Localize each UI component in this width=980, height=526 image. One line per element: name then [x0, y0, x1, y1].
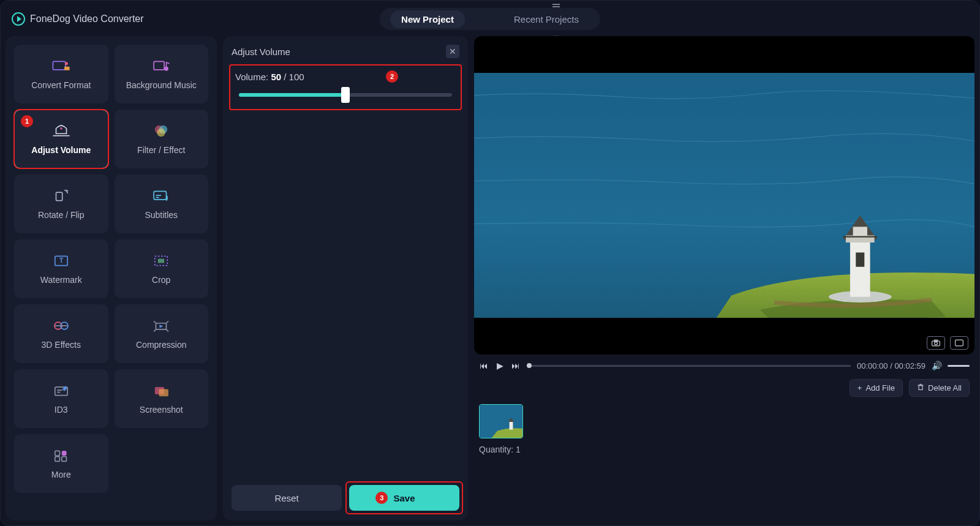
volume-slider-fill: [239, 93, 345, 97]
tool-label: Compression: [136, 340, 186, 350]
quantity-label: Quantity: 1: [479, 445, 970, 454]
svg-rect-49: [853, 227, 867, 236]
output-volume-slider[interactable]: [948, 365, 970, 367]
tool-3d-effects[interactable]: 3D Effects: [14, 304, 108, 363]
tool-compression[interactable]: Compression: [115, 304, 209, 363]
quantity-value: 1: [516, 445, 521, 454]
tool-id3[interactable]: ID3: [14, 369, 108, 428]
compression-icon: [150, 318, 172, 334]
svg-rect-55: [919, 386, 922, 390]
tool-convert-format[interactable]: Convert Format: [14, 45, 108, 103]
tool-more[interactable]: More: [14, 434, 108, 493]
crop-icon: [150, 253, 172, 269]
add-file-button[interactable]: + Add File: [850, 379, 903, 397]
svg-rect-39: [55, 451, 60, 456]
panel-close-button[interactable]: ✕: [446, 45, 459, 58]
svg-rect-59: [510, 421, 513, 430]
svg-rect-10: [53, 61, 65, 70]
tab-new-project[interactable]: New Project: [390, 10, 465, 28]
titlebar: FoneDog Video Converter New Project Rece…: [6, 6, 974, 32]
annotation-badge-3: 3: [375, 492, 388, 504]
svg-rect-41: [55, 457, 60, 462]
tool-label: Rotate / Flip: [38, 210, 84, 220]
tool-label: Watermark: [40, 275, 82, 285]
reset-button[interactable]: Reset: [232, 485, 342, 511]
tool-label: Subtitles: [145, 210, 178, 220]
file-actions-row: + Add File Delete All: [474, 377, 974, 399]
save-button-label: Save: [393, 493, 415, 503]
capture-icon[interactable]: [927, 336, 945, 350]
time-display: 00:00:00 / 00:02:59: [857, 361, 925, 370]
app-title: FoneDog Video Converter: [30, 13, 144, 24]
tool-label: Screenshot: [140, 405, 183, 415]
tool-rotate-flip[interactable]: Rotate / Flip: [14, 175, 108, 233]
trash-icon: [917, 383, 924, 393]
tool-filter-effect[interactable]: Filter / Effect: [115, 110, 209, 168]
background-music-icon: [150, 58, 172, 74]
id3-icon: [50, 383, 72, 399]
panel-header: Adjust Volume ✕: [232, 45, 459, 58]
tab-recent-projects[interactable]: Recent Projects: [503, 10, 590, 28]
delete-all-button[interactable]: Delete All: [909, 379, 970, 397]
tool-label: Crop: [152, 275, 170, 285]
tool-subtitles[interactable]: Subtitles: [115, 175, 209, 233]
3d-effects-icon: [50, 318, 72, 334]
svg-rect-54: [956, 340, 963, 346]
tool-crop[interactable]: Crop: [115, 239, 209, 298]
preview-image: [474, 73, 974, 318]
tool-label: 3D Effects: [42, 340, 81, 350]
preview-overlay-tools: [927, 336, 968, 350]
thumbnail-area: Quantity: 1: [474, 404, 974, 520]
video-preview: [474, 36, 974, 355]
filter-effect-icon: [150, 123, 172, 139]
volume-slider-thumb[interactable]: [341, 87, 350, 103]
titlebar-left: FoneDog Video Converter: [12, 12, 144, 26]
panel-title: Adjust Volume: [232, 47, 290, 57]
adjust-volume-panel: Adjust Volume ✕ 2 Volume: 50 / 100 Reset: [223, 36, 468, 520]
app-window: FoneDog Video Converter New Project Rece…: [0, 0, 980, 526]
annotation-badge-2: 2: [386, 70, 398, 83]
clip-thumbnail[interactable]: [479, 404, 523, 438]
plus-icon: +: [858, 383, 862, 393]
volume-slider[interactable]: [239, 93, 452, 97]
tool-label: ID3: [55, 405, 68, 415]
subtitles-icon: [150, 188, 172, 204]
player-controls: ⏮ ▶ ⏭ 00:00:00 / 00:02:59 🔊: [474, 359, 974, 372]
svg-rect-20: [56, 192, 62, 201]
mute-icon[interactable]: 🔊: [932, 361, 941, 370]
tool-label: Adjust Volume: [31, 145, 91, 155]
save-button[interactable]: 3 Save: [349, 485, 459, 511]
top-tabs: New Project Recent Projects: [380, 8, 600, 30]
svg-marker-33: [160, 325, 164, 328]
tool-screenshot[interactable]: Screenshot: [115, 369, 209, 428]
tool-watermark[interactable]: T Watermark: [14, 239, 108, 298]
more-icon: [50, 448, 72, 464]
preview-column: ⏮ ▶ ⏭ 00:00:00 / 00:02:59 🔊 + Add File: [474, 36, 974, 520]
svg-rect-28: [158, 259, 164, 263]
tool-label: Convert Format: [31, 80, 91, 90]
volume-current-value: 50: [271, 72, 281, 82]
svg-rect-40: [62, 451, 67, 456]
volume-label: Volume: 50 / 100: [235, 72, 456, 82]
volume-max-value: 100: [289, 72, 304, 82]
timeline-slider[interactable]: [527, 365, 851, 367]
svg-rect-38: [159, 389, 168, 396]
skip-back-icon[interactable]: ⏮: [479, 361, 489, 370]
tool-label: More: [51, 470, 71, 479]
svg-rect-11: [64, 67, 70, 70]
panel-footer: Reset 3 Save: [232, 485, 459, 511]
play-icon[interactable]: ▶: [495, 361, 505, 370]
tool-sidebar: Convert Format Background Music 1 Adjust…: [6, 36, 217, 520]
adjust-volume-icon: [50, 123, 72, 139]
svg-point-19: [157, 129, 165, 137]
convert-format-icon: [50, 58, 72, 74]
rotate-flip-icon: [50, 188, 72, 204]
skip-forward-icon[interactable]: ⏭: [511, 361, 521, 370]
svg-point-52: [935, 342, 938, 345]
tool-background-music[interactable]: Background Music: [115, 45, 209, 103]
tool-adjust-volume[interactable]: 1 Adjust Volume: [14, 110, 108, 168]
svg-point-12: [65, 62, 68, 65]
fullscreen-icon[interactable]: [950, 336, 968, 350]
annotation-badge-1: 1: [21, 115, 33, 127]
timeline-thumb[interactable]: [527, 363, 532, 368]
